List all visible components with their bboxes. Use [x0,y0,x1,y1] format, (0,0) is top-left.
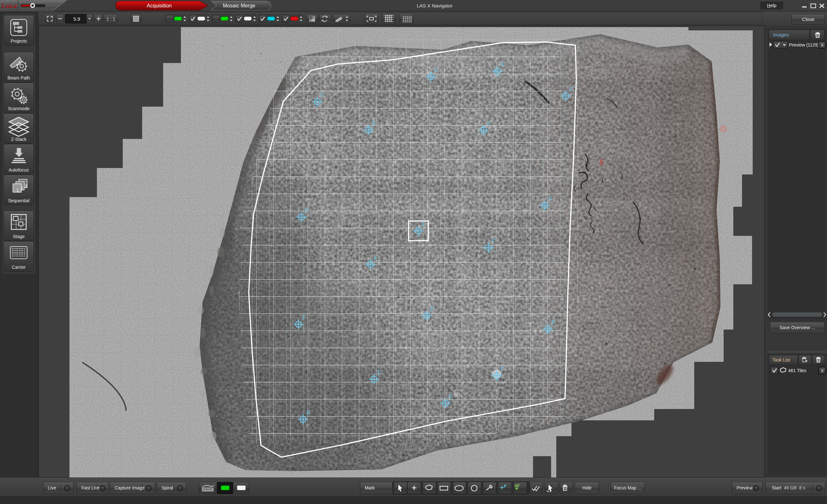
svg-text:5.9: 5.9 [73,16,80,22]
svg-text:F: F [302,314,306,321]
svg-text:461 Tiles: 461 Tiles [788,368,806,373]
svg-text:2: 2 [21,186,23,191]
svg-text:F: F [372,120,376,127]
svg-text:F: F [569,86,573,93]
svg-text:1: 1 [16,188,19,193]
svg-text:F: F [422,221,426,228]
svg-text:Leica: Leica [1,2,17,10]
svg-text:F: F [501,61,505,68]
svg-text:Acquisition: Acquisition [147,3,172,8]
svg-text:F: F [435,66,438,74]
svg-text:F: F [430,306,434,313]
svg-text:AF: AF [515,484,520,488]
svg-text:F: F [504,484,506,489]
svg-text:X: X [821,368,824,373]
svg-text:Mosaic Merge: Mosaic Merge [223,3,255,8]
svg-text:F: F [449,393,453,400]
svg-text:3: 3 [25,184,27,188]
svg-text:X: X [821,43,824,48]
svg-text:F: F [305,207,309,214]
svg-text:F: F [500,366,504,373]
svg-text:ALL: ALL [547,490,551,493]
svg-text:F: F [492,238,496,245]
svg-text:F: F [321,92,325,99]
svg-text:F: F [306,409,310,416]
svg-text:F: F [378,369,382,376]
svg-text:F: F [374,254,378,261]
svg-text:1 : 1: 1 : 1 [106,16,115,22]
svg-text:F: F [551,319,555,326]
svg-text:F: F [487,120,491,127]
svg-text:Preview (1129): Preview (1129) [789,42,819,48]
svg-text:F: F [548,196,552,203]
